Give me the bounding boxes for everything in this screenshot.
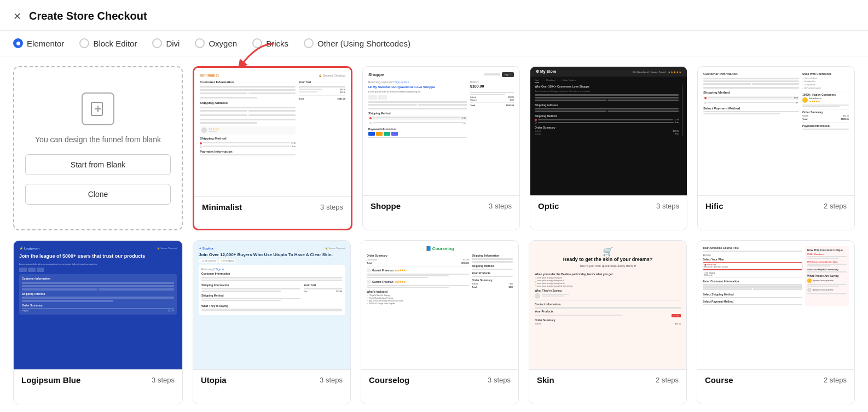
hific-steps: 2 steps bbox=[824, 202, 847, 210]
blank-card[interactable]: You can design the funnel from blank Sta… bbox=[13, 66, 183, 230]
skin-steps: 2 steps bbox=[656, 376, 679, 384]
logipsum-blue-name: Logipsum Blue bbox=[21, 375, 80, 385]
radio-elementor[interactable]: Elementor bbox=[13, 38, 64, 48]
blank-description: You can design the funnel from blank bbox=[35, 134, 161, 146]
skin-preview: 🛒 Ready to get the skin of your dreams? … bbox=[529, 241, 686, 369]
editor-selector: Elementor Block Editor Divi Oxygen Brick… bbox=[0, 31, 868, 56]
logipsum-blue-preview: ⚡ Logipsum 🔒 Secure Payment Join the lea… bbox=[14, 241, 182, 369]
radio-bricks-circle bbox=[252, 38, 262, 48]
radio-oxygen-circle bbox=[195, 38, 205, 48]
utopia-steps: 3 steps bbox=[320, 376, 343, 384]
blank-icon bbox=[82, 92, 114, 125]
radio-other-label: Other (Using Shortcodes) bbox=[317, 39, 410, 48]
courselog-steps: 3 steps bbox=[488, 376, 511, 384]
template-row-2: ⚡ Logipsum 🔒 Secure Payment Join the lea… bbox=[13, 240, 855, 404]
shoppe-footer: Shoppe 3 steps bbox=[363, 195, 519, 216]
radio-other-circle bbox=[304, 38, 314, 48]
course-name: Course bbox=[705, 375, 733, 385]
courselog-footer: Courselog 3 steps bbox=[361, 369, 518, 390]
minimalist-steps: 3 steps bbox=[320, 203, 343, 211]
radio-other[interactable]: Other (Using Shortcodes) bbox=[304, 38, 410, 48]
logipsum-blue-steps: 3 steps bbox=[152, 376, 175, 384]
course-footer: Course 2 steps bbox=[697, 369, 854, 390]
radio-bricks[interactable]: Bricks bbox=[252, 38, 288, 48]
shoppe-preview: Shoppe Pay → Returning customer? Sign in… bbox=[363, 67, 519, 195]
dialog-header: ✕ Create Store Checkout bbox=[0, 0, 868, 31]
logipsum-blue-footer: Logipsum Blue 3 steps bbox=[14, 369, 182, 390]
radio-bricks-label: Bricks bbox=[266, 39, 288, 48]
template-skin[interactable]: 🛒 Ready to get the skin of your dreams? … bbox=[529, 240, 687, 404]
minimalist-name: Minimalist bbox=[202, 202, 242, 212]
template-logipsum-blue[interactable]: ⚡ Logipsum 🔒 Secure Payment Join the lea… bbox=[13, 240, 183, 404]
skin-name: Skin bbox=[537, 375, 554, 385]
skin-footer: Skin 2 steps bbox=[529, 369, 686, 390]
radio-divi-circle bbox=[152, 38, 162, 48]
radio-divi-label: Divi bbox=[166, 39, 180, 48]
close-icon[interactable]: ✕ bbox=[13, 10, 21, 22]
course-preview: Your Awesome Course Title $120.00 Select… bbox=[697, 241, 854, 369]
template-utopia[interactable]: ✦ Sophia 🔒 Secure Payment Join Over 12,0… bbox=[193, 240, 351, 404]
utopia-preview: ✦ Sophia 🔒 Secure Payment Join Over 12,0… bbox=[193, 241, 350, 369]
template-optic[interactable]: ⚙ My Store Edit | Leanfunnel | Custom Fu… bbox=[530, 66, 687, 230]
radio-oxygen[interactable]: Oxygen bbox=[195, 38, 237, 48]
shoppe-steps: 3 steps bbox=[489, 202, 512, 210]
utopia-name: Utopia bbox=[201, 375, 227, 385]
clone-button[interactable]: Clone bbox=[25, 184, 171, 205]
radio-block-editor-circle bbox=[79, 38, 89, 48]
radio-block-editor[interactable]: Block Editor bbox=[79, 38, 137, 48]
optic-name: Optic bbox=[538, 201, 559, 211]
main-content: You can design the funnel from blank Sta… bbox=[0, 56, 868, 412]
template-courselog[interactable]: 📘 Courselog Order Summary Course Name$XX… bbox=[361, 240, 519, 404]
hific-preview: Customer Information Shipping Method $7.… bbox=[698, 67, 854, 195]
courselog-name: Courselog bbox=[369, 375, 409, 385]
radio-elementor-label: Elementor bbox=[27, 39, 64, 48]
utopia-footer: Utopia 3 steps bbox=[193, 369, 350, 390]
optic-preview: ⚙ My Store Edit | Leanfunnel | Custom Fu… bbox=[530, 67, 687, 195]
hific-footer: Hific 2 steps bbox=[698, 195, 854, 216]
course-steps: 2 steps bbox=[824, 376, 847, 384]
dialog-title: Create Store Checkout bbox=[29, 10, 147, 22]
radio-divi[interactable]: Divi bbox=[152, 38, 180, 48]
template-hific[interactable]: Customer Information Shipping Method $7.… bbox=[697, 66, 855, 230]
courselog-preview: 📘 Courselog Order Summary Course Name$XX… bbox=[361, 241, 518, 369]
shoppe-name: Shoppe bbox=[371, 201, 401, 211]
radio-elementor-circle bbox=[13, 38, 23, 48]
optic-steps: 3 steps bbox=[656, 202, 679, 210]
radio-block-editor-label: Block Editor bbox=[93, 39, 137, 48]
hific-name: Hific bbox=[705, 201, 724, 211]
template-minimalist[interactable]: minimalist 🔒 Secured Checkout Customer I… bbox=[193, 66, 352, 230]
start-from-blank-button[interactable]: Start from Blank bbox=[25, 154, 171, 175]
template-row-1: You can design the funnel from blank Sta… bbox=[13, 66, 855, 230]
template-course[interactable]: Your Awesome Course Title $120.00 Select… bbox=[697, 240, 855, 404]
minimalist-footer: Minimalist 3 steps bbox=[194, 196, 351, 217]
optic-footer: Optic 3 steps bbox=[530, 195, 687, 216]
radio-oxygen-label: Oxygen bbox=[209, 39, 237, 48]
minimalist-preview: minimalist 🔒 Secured Checkout Customer I… bbox=[194, 68, 351, 196]
template-shoppe[interactable]: Shoppe Pay → Returning customer? Sign in… bbox=[362, 66, 520, 230]
